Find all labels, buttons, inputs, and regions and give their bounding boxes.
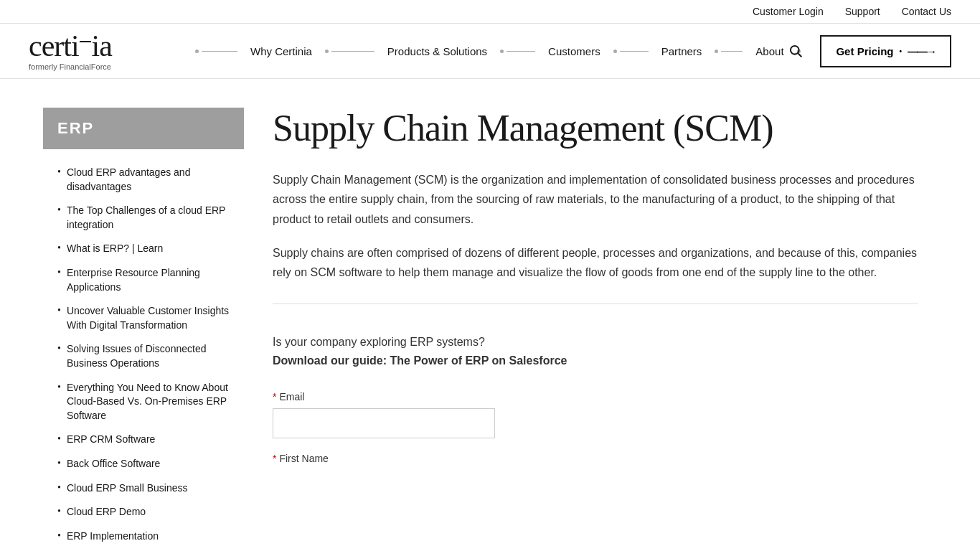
list-item: ERP Implementation	[43, 524, 244, 549]
email-label: * Email	[273, 391, 918, 402]
sidebar-list: Cloud ERP advantages and disadvantages T…	[43, 149, 244, 551]
email-input[interactable]	[273, 408, 495, 438]
get-pricing-label: Get Pricing	[836, 45, 893, 57]
nav-item-partners[interactable]: Partners	[650, 39, 714, 63]
article-paragraph-2: Supply chains are often comprised of doz…	[273, 243, 918, 282]
list-item: Solving Issues of Disconnected Business …	[43, 337, 244, 375]
top-utility-bar: Customer Login Support Contact Us	[0, 0, 980, 24]
bullet-separator: •	[899, 47, 902, 55]
support-link[interactable]: Support	[845, 6, 880, 17]
sidebar-cloud-erp-small-business[interactable]: Cloud ERP Small Business	[67, 481, 188, 496]
section-divider	[273, 303, 918, 304]
firstname-label-text: First Name	[279, 453, 328, 464]
form-section: * Email * First Name	[273, 391, 918, 464]
main-content: ERP Cloud ERP advantages and disadvantag…	[0, 79, 980, 551]
get-pricing-arrow: ——→	[908, 45, 936, 57]
svg-line-1	[798, 53, 802, 57]
list-item: Cloud ERP advantages and disadvantages	[43, 161, 244, 199]
nav-decoration-5	[713, 50, 744, 53]
nav-item-about[interactable]: About	[744, 39, 795, 63]
firstname-field-container: * First Name	[273, 453, 918, 464]
get-pricing-button[interactable]: Get Pricing • ——→	[820, 35, 951, 67]
list-item: ERP CRM Software	[43, 428, 244, 452]
list-item: The Top Challenges of a cloud ERP integr…	[43, 199, 244, 237]
article-paragraph-1: Supply Chain Management (SCM) is the org…	[273, 170, 918, 229]
sidebar-title: ERP	[43, 108, 244, 149]
nav-item-why-certinia[interactable]: Why Certinia	[239, 39, 324, 63]
nav-item-customers[interactable]: Customers	[537, 39, 612, 63]
sidebar-what-is-erp[interactable]: What is ERP? | Learn	[67, 242, 163, 256]
list-item: Cloud ERP Demo	[43, 500, 244, 524]
list-item: What is ERP? | Learn	[43, 237, 244, 261]
firstname-label: * First Name	[273, 453, 918, 464]
sidebar: ERP Cloud ERP advantages and disadvantag…	[43, 108, 244, 551]
main-nav: certiia formerly FinancialForce Why Cert…	[0, 24, 980, 79]
list-item: Uncover Valuable Customer Insights With …	[43, 299, 244, 337]
nav-item-products-solutions[interactable]: Products & Solutions	[376, 39, 499, 63]
nav-decoration-3	[499, 50, 537, 53]
sidebar-erp-applications[interactable]: Enterprise Resource Planning Application…	[67, 266, 230, 294]
email-field-container: * Email	[273, 391, 918, 438]
logo-container: certiia formerly FinancialForce	[29, 31, 172, 71]
sidebar-cloud-erp-demo[interactable]: Cloud ERP Demo	[67, 505, 146, 519]
list-item: Enterprise Resource Planning Application…	[43, 261, 244, 299]
sidebar-cloud-erp-advantages[interactable]: Cloud ERP advantages and disadvantages	[67, 166, 230, 194]
nav-actions: Get Pricing • ——→	[802, 35, 951, 67]
customer-login-link[interactable]: Customer Login	[753, 6, 824, 17]
article-content: Supply Chain Management (SCM) Supply Cha…	[273, 108, 918, 551]
nav-decoration-1	[194, 50, 239, 53]
list-item: Back Office Software	[43, 452, 244, 476]
cta-section: Is your company exploring ERP systems? D…	[273, 333, 918, 369]
sidebar-back-office[interactable]: Back Office Software	[67, 457, 160, 471]
article-body: Supply Chain Management (SCM) is the org…	[273, 170, 918, 282]
nav-decoration-4	[612, 50, 650, 53]
contact-us-link[interactable]: Contact Us	[902, 6, 951, 17]
nav-decoration-2	[324, 50, 376, 53]
firstname-required-mark: *	[273, 453, 276, 464]
cta-line-1: Is your company exploring ERP systems?	[273, 333, 918, 352]
sidebar-top-challenges[interactable]: The Top Challenges of a cloud ERP integr…	[67, 204, 230, 232]
logo-subtitle: formerly FinancialForce	[29, 62, 172, 71]
nav-with-decorations: Why Certinia Products & Solutions Custom…	[194, 39, 802, 63]
sidebar-erp-crm[interactable]: ERP CRM Software	[67, 433, 155, 447]
logo[interactable]: certiia	[29, 31, 172, 61]
list-item: Cloud ERP Small Business	[43, 476, 244, 501]
sidebar-cloud-vs-onpremises[interactable]: Everything You Need to Know About Cloud-…	[67, 381, 230, 423]
sidebar-customer-insights[interactable]: Uncover Valuable Customer Insights With …	[67, 304, 230, 332]
sidebar-erp-implementation[interactable]: ERP Implementation	[67, 529, 159, 544]
sidebar-disconnected-operations[interactable]: Solving Issues of Disconnected Business …	[67, 342, 230, 370]
email-required-mark: *	[273, 391, 276, 402]
email-label-text: Email	[279, 391, 304, 402]
cta-line-2: Download our guide: The Power of ERP on …	[273, 352, 918, 370]
list-item: Everything You Need to Know About Cloud-…	[43, 376, 244, 428]
article-title: Supply Chain Management (SCM)	[273, 108, 918, 149]
